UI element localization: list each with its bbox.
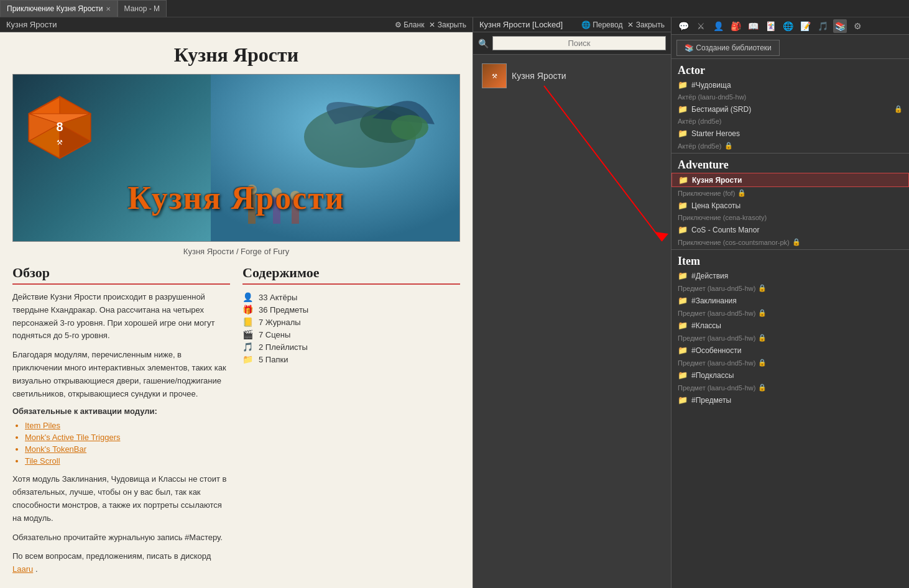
item-sub-2[interactable]: Предмет (laaru-dnd5-hw) 🔒 (671, 332, 909, 344)
middle-close-button[interactable]: ✕ Закрыть (627, 21, 665, 29)
actor-item-0[interactable]: 📁 #Чудовища (671, 78, 909, 91)
actor-sub-0[interactable]: Актёр (laaru-dnd5-hw) (671, 91, 909, 103)
translate-button[interactable]: 🌐 Перевод (581, 21, 623, 29)
content-label-0: 33 Актёры (259, 293, 297, 302)
actor-sub-2[interactable]: Актёр (dnd5e) 🔒 (671, 140, 909, 152)
discord-link[interactable]: Laaru (12, 564, 33, 574)
notes-icon-btn[interactable]: 📝 (798, 19, 812, 33)
item-item-4[interactable]: 📁 #Подклассы (671, 369, 909, 382)
svg-point-12 (391, 115, 428, 140)
tab-adventure[interactable]: Приключение Кузня Ярости ✕ (0, 0, 118, 17)
left-close-button[interactable]: ✕ Закрыть (429, 21, 466, 29)
item-icon: 🎁 (242, 305, 254, 315)
lock-icon-7: 🔒 (758, 359, 767, 367)
tab-manor[interactable]: Манор - М (118, 0, 167, 17)
item-item-2[interactable]: 📁 #Классы (671, 319, 909, 332)
right-header-icons: 💬 ⚔ 👤 🎒 📖 🃏 🌐 📝 🎵 📚 ⚙ (676, 19, 864, 33)
actors-icon-btn[interactable]: 👤 (711, 19, 725, 33)
folder-icon-7: 📁 (678, 296, 688, 305)
actor-item-1[interactable]: 📁 Бестиарий (SRD) 🔒 (671, 103, 909, 116)
audio-icon-btn[interactable]: 🎵 (816, 19, 829, 33)
items-icon-btn[interactable]: 🎒 (729, 19, 742, 33)
item-sub-1[interactable]: Предмет (laaru-dnd5-hw) 🔒 (671, 307, 909, 319)
chat-icon-btn[interactable]: 💬 (676, 19, 690, 33)
create-library-button[interactable]: 📚 Создание библиотеки (676, 40, 780, 56)
actor-icon: 👤 (242, 292, 254, 302)
adventure-item-0[interactable]: 📁 Кузня Ярости (671, 173, 909, 187)
adventure-sub-name-1: Приключение (cena-krasoty) (678, 214, 767, 221)
adventure-item-2[interactable]: 📁 CoS - Counts Manor (671, 223, 909, 236)
adventure-sub-2[interactable]: Приключение (cos-countsmanor-pk) 🔒 (671, 236, 909, 248)
item-item-1[interactable]: 📁 #Заклинания (671, 294, 909, 307)
folder-icon-9: 📁 (678, 346, 688, 355)
folder-icon-0: 📁 (678, 80, 688, 90)
scenes-icon-btn[interactable]: 🌐 (781, 19, 795, 33)
tables-icon-btn[interactable]: 🃏 (764, 19, 777, 33)
actor-sub-name-1: Актёр (dnd5e) (678, 117, 722, 125)
adventure-sub-1[interactable]: Приключение (cena-krasoty) (671, 212, 909, 223)
item-sub-0[interactable]: Предмет (laaru-dnd5-hw) 🔒 (671, 282, 909, 294)
right-header: 💬 ⚔ 👤 🎒 📖 🃏 🌐 📝 🎵 📚 ⚙ (671, 17, 909, 35)
left-panel-header: Кузня Ярости ⚙ Бланк ✕ Закрыть (0, 17, 473, 32)
item-section-header: Item (671, 251, 909, 269)
folder-icon-1: 📁 (678, 104, 688, 114)
content-label-1: 36 Предметы (259, 305, 308, 315)
blank-button[interactable]: ⚙ Бланк (395, 21, 425, 29)
item-sub-name-2: Предмет (laaru-dnd5-hw) (678, 334, 755, 342)
item-item-3[interactable]: 📁 #Особенности (671, 344, 909, 357)
content-label-2: 7 Журналы (259, 318, 301, 327)
item-sub-name-1: Предмет (laaru-dnd5-hw) (678, 310, 755, 317)
middle-header-actions: 🌐 Перевод ✕ Закрыть (581, 21, 665, 29)
item-sub-3[interactable]: Предмет (laaru-dnd5-hw) 🔒 (671, 357, 909, 369)
adventure-name-1: Цена Красоты (691, 201, 903, 210)
folder-icon-8: 📁 (678, 321, 688, 330)
actor-sub-1[interactable]: Актёр (dnd5e) (671, 116, 909, 127)
tab-adventure-close[interactable]: ✕ (106, 6, 111, 12)
adventure-section-header: Adventure (671, 155, 909, 173)
settings-icon-btn[interactable]: ⚙ (851, 19, 864, 33)
adventure-sub-0[interactable]: Приключение (fof) 🔒 (671, 187, 909, 199)
item-sub-4[interactable]: Предмет (laaru-dnd5-hw) 🔒 (671, 382, 909, 393)
search-input[interactable] (492, 36, 666, 50)
search-icon: 🔍 (478, 39, 489, 48)
overview-section: Обзор Действие Кузни Ярости происходит в… (12, 265, 230, 582)
combat-icon-btn[interactable]: ⚔ (694, 19, 708, 33)
dice-icon: 8 ⚒ (25, 93, 94, 162)
link-item-piles[interactable]: Item Piles (25, 420, 230, 431)
left-panel: Кузня Ярости ⚙ Бланк ✕ Закрыть Кузня Яро… (0, 17, 473, 588)
req-title: Обязательные к активации модули: (12, 407, 230, 416)
actor-section-header: Actor (671, 60, 909, 78)
item-name-5: #Предметы (691, 396, 903, 405)
lock-icon-1: 🔒 (724, 142, 733, 150)
adventure-sub-name-2: Приключение (cos-countsmanor-pk) (678, 239, 790, 246)
item-name-2: #Классы (691, 321, 903, 330)
content-item-1: 🎁 36 Предметы (242, 303, 460, 316)
link-active-tile[interactable]: Monk's Active Tile Triggers (25, 431, 230, 443)
adventure-item-1[interactable]: 📁 Цена Красоты (671, 199, 909, 212)
contents-title: Содержимое (242, 265, 460, 285)
content-label-5: 5 Папки (259, 355, 288, 364)
tab-adventure-label: Приключение Кузня Ярости (7, 4, 103, 13)
item-name-1: #Заклинания (691, 296, 903, 305)
item-sub-name-0: Предмет (laaru-dnd5-hw) (678, 285, 755, 292)
item-item-5[interactable]: 📁 #Предметы (671, 393, 909, 407)
link-tile-scroll[interactable]: Tile Scroll (25, 455, 230, 467)
middle-panel: Кузня Ярости [Locked] 🌐 Перевод ✕ Закрыт… (473, 17, 671, 588)
search-bar: 🔍 (473, 32, 671, 55)
journal-icon-btn[interactable]: 📖 (746, 19, 760, 33)
compendium-entry-0[interactable]: ⚒ Кузня Ярости (479, 61, 665, 91)
folder-icon-5: 📁 (678, 225, 688, 234)
compendium-icon-btn[interactable]: 📚 (833, 19, 847, 33)
content-item-3: 🎬 7 Сцены (242, 328, 460, 341)
dragon-svg (211, 75, 459, 242)
actor-item-2[interactable]: 📁 Starter Heroes (671, 127, 909, 140)
two-col-layout: Обзор Действие Кузни Ярости происходит в… (12, 265, 460, 582)
folder-icon-11: 📁 (678, 395, 688, 405)
link-tokenbar[interactable]: Monk's TokenBar (25, 443, 230, 455)
content-list: 👤 33 Актёры 🎁 36 Предметы 📒 7 Журналы (242, 291, 460, 365)
svg-text:8: 8 (56, 120, 63, 134)
svg-text:⚒: ⚒ (57, 139, 63, 146)
item-item-0[interactable]: 📁 #Действия (671, 269, 909, 282)
divider-1 (671, 58, 909, 59)
contents-section: Содержимое 👤 33 Актёры 🎁 36 Предметы 📒 (242, 265, 460, 582)
